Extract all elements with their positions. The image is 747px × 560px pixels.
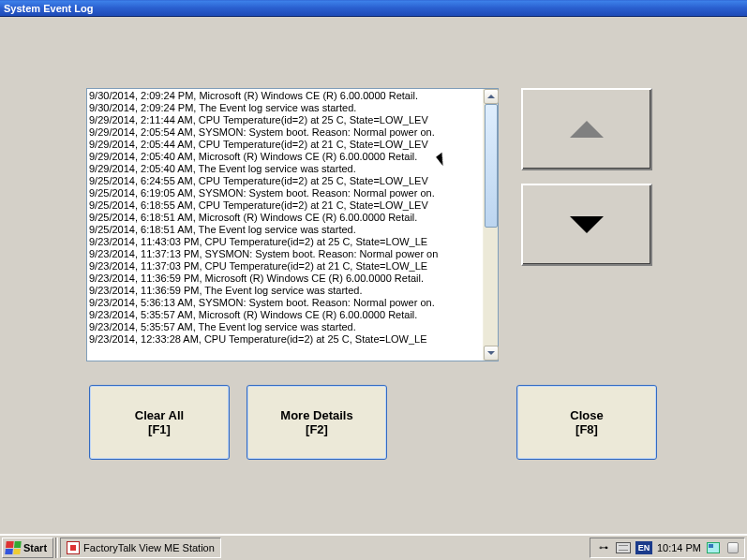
log-entry[interactable]: 9/29/2014, 2:05:40 AM, Microsoft (R) Win… bbox=[89, 151, 481, 163]
log-entry[interactable]: 9/25/2014, 6:18:55 AM, CPU Temperature(i… bbox=[89, 199, 481, 212]
keyboard-icon[interactable] bbox=[616, 541, 631, 554]
scrollbar-up-arrow[interactable] bbox=[484, 89, 499, 104]
taskbar-separator bbox=[55, 538, 58, 558]
start-label: Start bbox=[23, 542, 47, 553]
log-entry[interactable]: 9/23/2014, 5:35:57 AM, The Event log ser… bbox=[89, 321, 481, 333]
log-entry[interactable]: 9/23/2014, 11:43:03 PM, CPU Temperature(… bbox=[89, 236, 481, 248]
log-entry[interactable]: 9/23/2014, 11:37:13 PM, SYSMON: System b… bbox=[89, 248, 481, 260]
log-entry[interactable]: 9/23/2014, 11:37:03 PM, CPU Temperature(… bbox=[89, 260, 481, 273]
window-titlebar: System Event Log bbox=[0, 0, 747, 17]
scrollbar-thumb[interactable] bbox=[485, 104, 498, 228]
log-entry[interactable]: 9/29/2014, 2:11:44 AM, CPU Temperature(i… bbox=[89, 114, 481, 126]
event-log-list[interactable]: 9/30/2014, 2:09:24 PM, Microsoft (R) Win… bbox=[86, 88, 499, 361]
taskbar-app-label: FactoryTalk View ME Station bbox=[83, 542, 215, 553]
log-entry[interactable]: 9/30/2014, 2:09:24 PM, Microsoft (R) Win… bbox=[89, 90, 481, 102]
clock[interactable]: 10:14 PM bbox=[657, 542, 701, 553]
log-entry[interactable]: 9/23/2014, 11:36:59 PM, Microsoft (R) Wi… bbox=[89, 273, 481, 285]
clear-all-label: Clear All bbox=[135, 408, 184, 422]
close-label: Close bbox=[570, 408, 603, 422]
window-title: System Event Log bbox=[4, 3, 93, 14]
log-entry[interactable]: 9/30/2014, 2:09:24 PM, The Event log ser… bbox=[89, 102, 481, 114]
log-entry[interactable]: 9/23/2014, 11:36:59 PM, The Event log se… bbox=[89, 285, 481, 297]
log-entry[interactable]: 9/23/2014, 12:33:28 AM, CPU Temperature(… bbox=[89, 333, 481, 346]
scroll-up-button[interactable] bbox=[521, 88, 652, 170]
event-log-content: 9/30/2014, 2:09:24 PM, Microsoft (R) Win… bbox=[87, 89, 483, 361]
log-entry[interactable]: 9/29/2014, 2:05:40 AM, The Event log ser… bbox=[89, 163, 481, 175]
scrollbar-down-arrow[interactable] bbox=[484, 346, 499, 361]
taskbar: Start FactoryTalk View ME Station ⊶ EN 1… bbox=[0, 534, 747, 560]
show-desktop-icon[interactable] bbox=[706, 541, 721, 554]
scroll-down-button[interactable] bbox=[521, 184, 652, 266]
more-details-label: More Details bbox=[280, 408, 352, 422]
close-shortcut: [F8] bbox=[575, 422, 598, 436]
log-entry[interactable]: 9/23/2014, 5:35:57 AM, Microsoft (R) Win… bbox=[89, 309, 481, 321]
scrollbar[interactable] bbox=[483, 89, 498, 361]
language-indicator[interactable]: EN bbox=[635, 541, 652, 554]
log-entry[interactable]: 9/29/2014, 2:05:44 AM, CPU Temperature(i… bbox=[89, 139, 481, 151]
start-button[interactable]: Start bbox=[2, 538, 53, 558]
triangle-up-icon bbox=[570, 121, 604, 138]
taskbar-app-button[interactable]: FactoryTalk View ME Station bbox=[60, 538, 221, 558]
close-button[interactable]: Close [F8] bbox=[516, 385, 657, 460]
triangle-down-icon bbox=[570, 216, 604, 233]
log-entry[interactable]: 9/29/2014, 2:05:54 AM, SYSMON: System bo… bbox=[89, 126, 481, 139]
system-tray: ⊶ EN 10:14 PM bbox=[590, 538, 745, 558]
usb-icon[interactable]: ⊶ bbox=[596, 541, 611, 554]
more-details-button[interactable]: More Details [F2] bbox=[247, 385, 387, 460]
log-entry[interactable]: 9/23/2014, 5:36:13 AM, SYSMON: System bo… bbox=[89, 297, 481, 309]
factorytalk-icon bbox=[67, 541, 80, 554]
log-entry[interactable]: 9/25/2014, 6:18:51 AM, The Event log ser… bbox=[89, 224, 481, 236]
tray-tool-icon[interactable] bbox=[725, 541, 740, 554]
clear-all-shortcut: [F1] bbox=[148, 422, 171, 436]
log-entry[interactable]: 9/25/2014, 6:19:05 AM, SYSMON: System bo… bbox=[89, 187, 481, 199]
windows-flag-icon bbox=[5, 541, 21, 554]
clear-all-button[interactable]: Clear All [F1] bbox=[89, 385, 230, 460]
log-entry[interactable]: 9/25/2014, 6:24:55 AM, CPU Temperature(i… bbox=[89, 175, 481, 187]
log-entry[interactable]: 9/25/2014, 6:18:51 AM, Microsoft (R) Win… bbox=[89, 212, 481, 224]
more-details-shortcut: [F2] bbox=[306, 422, 328, 436]
